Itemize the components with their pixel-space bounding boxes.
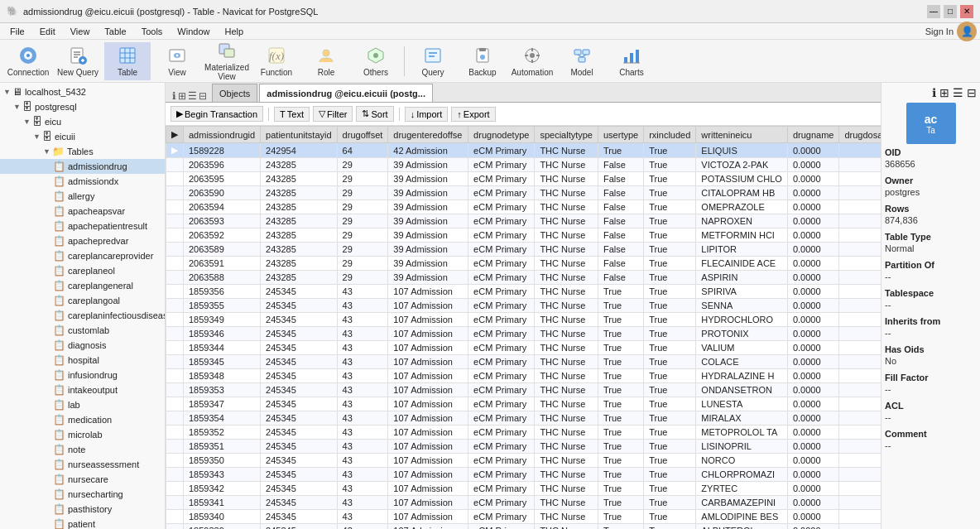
filter-button[interactable]: ▽ Filter [313,106,353,122]
table-cell[interactable]: 245345 [261,299,338,313]
table-cell[interactable]: True [644,200,696,214]
table-cell[interactable]: THC Nurse [535,285,598,299]
table-cell[interactable]: True [598,341,643,355]
table-cell[interactable] [839,285,881,299]
table-cell[interactable]: eCM Primary [468,200,535,214]
table-cell[interactable]: 0.0000 [787,510,839,524]
table-cell[interactable]: THC Nurse [535,214,598,228]
table-cell[interactable]: True [644,143,696,158]
table-cell[interactable]: True [644,172,696,186]
table-cell[interactable]: THC Nurse [535,355,598,369]
toolbar-query[interactable]: Query [410,42,456,80]
table-cell[interactable] [839,341,881,355]
table-cell[interactable]: THC Nurse [535,383,598,397]
table-cell[interactable] [839,186,881,200]
table-cell[interactable]: 1859342 [184,482,261,496]
table-cell[interactable]: True [598,313,643,327]
table-cell[interactable]: eCM Primary [468,327,535,341]
sidebar-item-admissiondrug[interactable]: 📋 admissiondrug [0,159,165,174]
table-row[interactable]: 20635892432852939 AdmissioneCM PrimaryTH… [166,243,882,257]
table-cell[interactable]: eCM Primary [468,341,535,355]
table-cell[interactable]: HYDRALAZINE H [696,369,788,383]
sidebar-item-careplangeneral[interactable]: 📋 careplangeneral [0,278,165,293]
table-cell[interactable]: AMLODIPINE BES [696,510,788,524]
toolbar-connection[interactable]: Connection [5,42,51,80]
table-cell[interactable]: True [644,271,696,285]
toolbar-charts[interactable]: Charts [608,42,655,80]
table-cell[interactable]: eCM Primary [468,411,535,426]
table-row[interactable]: 20635902432852939 AdmissioneCM PrimaryTH… [166,186,882,200]
table-cell[interactable]: OMEPRAZOLE [696,200,788,214]
table-row[interactable]: 20635882432852939 AdmissioneCM PrimaryTH… [166,271,882,285]
table-cell[interactable]: POTASSIUM CHLO [696,172,788,186]
table-cell[interactable]: eCM Primary [468,468,535,482]
sidebar-item-nursecare[interactable]: 📋 nursecare [0,472,165,487]
table-cell[interactable]: 0.0000 [787,369,839,383]
table-cell[interactable]: True [644,468,696,482]
table-cell[interactable]: THC Nurse [535,257,598,271]
table-cell[interactable]: 107 Admission [388,341,468,355]
rp-list-icon[interactable]: ☰ [953,86,963,99]
table-cell[interactable]: False [598,200,643,214]
table-cell[interactable]: 245345 [261,524,338,530]
rp-info-icon[interactable]: ℹ [932,86,936,99]
table-row[interactable]: 185935224534543107 AdmissioneCM PrimaryT… [166,426,882,440]
table-row[interactable]: 185934024534543107 AdmissioneCM PrimaryT… [166,510,882,524]
table-cell[interactable]: eCM Primary [468,299,535,313]
table-cell[interactable] [839,397,881,411]
table-cell[interactable]: True [644,327,696,341]
table-cell[interactable] [839,524,881,530]
table-cell[interactable]: eCM Primary [468,355,535,369]
table-cell[interactable]: False [598,243,643,257]
table-cell[interactable]: eCM Primary [468,482,535,496]
table-cell[interactable]: THC Nurse [535,200,598,214]
table-row[interactable]: 20635942432852939 AdmissioneCM PrimaryTH… [166,200,882,214]
sidebar-item-intakeoutput[interactable]: 📋 intakeoutput [0,382,165,397]
table-cell[interactable]: eCM Primary [468,143,535,158]
table-cell[interactable]: CITALOPRAM HB [696,186,788,200]
table-cell[interactable]: True [644,285,696,299]
table-cell[interactable]: True [644,214,696,228]
table-cell[interactable]: False [598,172,643,186]
table-cell[interactable]: 43 [337,440,388,454]
menu-window[interactable]: Window [171,25,216,38]
table-cell[interactable]: eCM Primary [468,285,535,299]
table-cell[interactable]: ASPIRIN [696,271,788,285]
table-cell[interactable]: 0.0000 [787,355,839,369]
table-cell[interactable]: THC Nurse [535,482,598,496]
table-cell[interactable]: 43 [337,313,388,327]
sidebar-item-note[interactable]: 📋 note [0,442,165,457]
table-cell[interactable]: True [598,397,643,411]
table-cell[interactable]: THC Nurse [535,143,598,158]
table-cell[interactable]: 43 [337,454,388,468]
table-cell[interactable]: 29 [337,200,388,214]
table-cell[interactable]: False [598,214,643,228]
table-cell[interactable]: SENNA [696,299,788,313]
table-cell[interactable] [839,257,881,271]
table-cell[interactable] [839,482,881,496]
table-cell[interactable]: 1589228 [184,143,261,158]
col-header-drugdosage[interactable]: drugdosage [839,127,881,143]
sidebar-item-customlab[interactable]: 📋 customlab [0,323,165,338]
table-cell[interactable]: 29 [337,228,388,243]
table-cell[interactable]: 29 [337,186,388,200]
table-cell[interactable]: 1859347 [184,397,261,411]
sidebar-item-postgresql[interactable]: ▼ 🗄 postgresql [0,99,165,114]
table-cell[interactable] [839,228,881,243]
table-cell[interactable]: THC Nurse [535,369,598,383]
text-button[interactable]: T Text [274,107,310,122]
table-row[interactable]: 185934324534543107 AdmissioneCM PrimaryT… [166,468,882,482]
table-cell[interactable]: eCM Primary [468,172,535,186]
table-cell[interactable]: True [644,482,696,496]
table-cell[interactable]: 2063591 [184,257,261,271]
table-cell[interactable]: True [644,524,696,530]
table-cell[interactable]: 245345 [261,426,338,440]
table-cell[interactable] [839,369,881,383]
sidebar-item-careplangoal[interactable]: 📋 careplangoal [0,293,165,308]
table-cell[interactable]: LISINOPRIL [696,440,788,454]
table-cell[interactable]: 0.0000 [787,468,839,482]
table-row[interactable]: 185934824534543107 AdmissioneCM PrimaryT… [166,369,882,383]
col-header-drugoffset[interactable]: drugoffset [337,127,388,143]
table-cell[interactable]: True [644,397,696,411]
sort-button[interactable]: ⇅ Sort [356,106,393,122]
